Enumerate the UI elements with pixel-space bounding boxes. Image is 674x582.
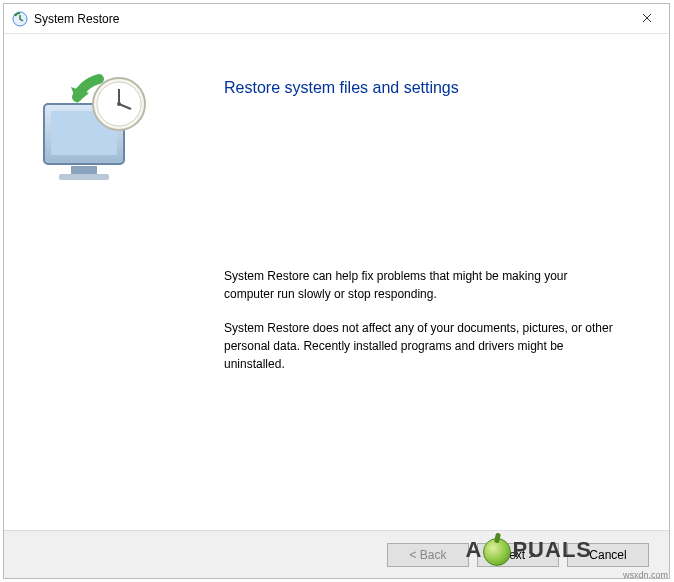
svg-rect-4 — [59, 174, 109, 180]
system-restore-window: System Restore — [3, 3, 670, 579]
left-pane — [4, 34, 189, 530]
brand-text-prefix: A — [466, 537, 483, 563]
svg-point-9 — [117, 102, 121, 106]
title-bar: System Restore — [4, 4, 669, 34]
content-pane: Restore system files and settings System… — [189, 34, 669, 530]
appuals-watermark-logo: A PUALS — [466, 536, 592, 564]
close-button[interactable] — [624, 4, 669, 32]
brand-text-suffix: PUALS — [512, 537, 592, 563]
dialog-body: Restore system files and settings System… — [4, 34, 669, 530]
back-button[interactable]: < Back — [387, 543, 469, 567]
system-restore-icon — [12, 11, 28, 27]
close-icon — [642, 13, 652, 23]
window-title: System Restore — [34, 12, 119, 26]
intro-paragraph-2: System Restore does not affect any of yo… — [224, 319, 619, 373]
intro-paragraph-1: System Restore can help fix problems tha… — [224, 267, 619, 303]
brand-leaf-icon — [483, 538, 511, 566]
restore-monitor-clock-icon — [29, 188, 159, 202]
svg-rect-3 — [71, 166, 97, 174]
source-watermark: wsxdn.com — [623, 570, 668, 580]
page-heading: Restore system files and settings — [224, 79, 619, 97]
